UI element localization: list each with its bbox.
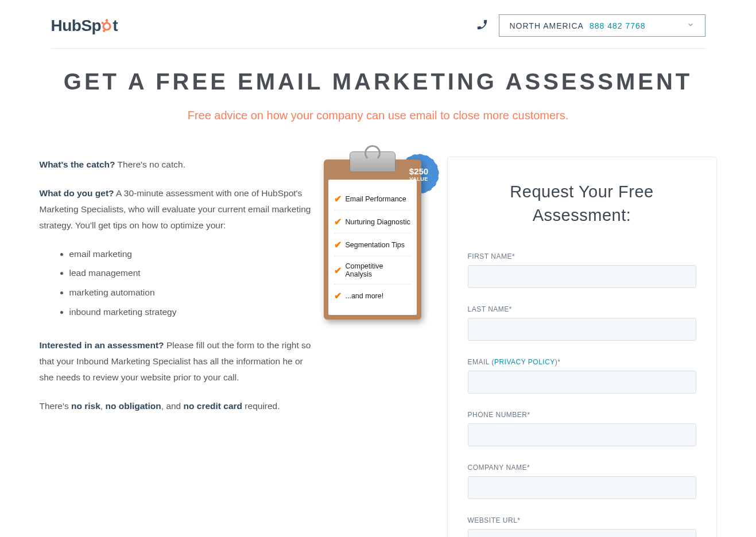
privacy-policy-link[interactable]: PRIVACY POLICY [494, 358, 555, 366]
catch-heading: What's the catch? [40, 159, 115, 169]
phone-label: PHONE NUMBER* [468, 411, 696, 419]
hero: GET A FREE EMAIL MARKETING ASSESSMENT Fr… [40, 49, 717, 139]
email-label: EMAIL (PRIVACY POLICY)* [468, 358, 696, 366]
clipboard-item: ✔Nurturing Diagnostic [334, 210, 411, 233]
list-item: inbound marketing strategy [69, 304, 312, 320]
form-panel: Request Your Free Assessment: FIRST NAME… [447, 157, 717, 537]
header-right: NORTH AMERICA 888 482 7768 [476, 14, 705, 37]
phone-number: 888 482 7768 [590, 21, 646, 30]
email-input[interactable] [468, 371, 696, 394]
phone-icon [476, 18, 489, 33]
clipboard-item: ✔Competitive Analysis [334, 256, 411, 284]
check-icon: ✔ [334, 216, 342, 227]
logo[interactable]: HubSpt [51, 17, 118, 35]
clipboard-item: ✔Email Performance [334, 188, 411, 210]
first-name-label: FIRST NAME* [468, 252, 696, 260]
check-icon: ✔ [334, 265, 342, 276]
clipboard-item: ✔...and more! [334, 284, 411, 307]
list-item: marketing automation [69, 285, 312, 301]
sprocket-icon [101, 17, 113, 35]
check-icon: ✔ [334, 239, 342, 250]
list-item: email marketing [69, 246, 312, 262]
interested-heading: Interested in an assessment? [40, 340, 164, 350]
page-title: GET A FREE EMAIL MARKETING ASSESSMENT [40, 69, 717, 95]
list-item: lead management [69, 265, 312, 281]
region-dropdown[interactable]: NORTH AMERICA 888 482 7768 [499, 14, 705, 37]
svg-line-5 [103, 24, 105, 25]
logo-text-suffix: t [113, 17, 118, 35]
badge-value: VALUE [409, 176, 428, 182]
chevron-down-icon [687, 21, 695, 30]
page-subtitle: Free advice on how your company can use … [40, 109, 717, 122]
first-name-input[interactable] [468, 265, 696, 288]
svg-line-6 [104, 29, 106, 30]
catch-text: There's no catch. [115, 159, 185, 169]
closing-text: There's no risk, no obligation, and no c… [40, 398, 312, 414]
website-label: WEBSITE URL* [468, 516, 696, 524]
phone-input[interactable] [468, 423, 696, 446]
company-label: COMPANY NAME* [468, 464, 696, 472]
region-label: NORTH AMERICA [510, 21, 584, 30]
last-name-input[interactable] [468, 318, 696, 341]
company-input[interactable] [468, 476, 696, 499]
check-icon: ✔ [334, 290, 342, 301]
get-heading: What do you get? [40, 188, 114, 198]
body-text: What's the catch? There's no catch. What… [40, 157, 312, 427]
optimize-list: email marketing lead management marketin… [69, 246, 312, 321]
clip-icon [350, 151, 396, 172]
form-heading: Request Your Free Assessment: [468, 180, 696, 227]
badge-price: $250 [409, 166, 428, 176]
check-icon: ✔ [334, 193, 342, 204]
website-input[interactable] [468, 529, 696, 537]
logo-text-prefix: HubSp [51, 17, 102, 35]
clipboard-item: ✔Segmentation Tips [334, 233, 411, 256]
clipboard-graphic: $250 VALUE ✔Email Performance ✔Nurturing… [324, 159, 430, 427]
last-name-label: LAST NAME* [468, 305, 696, 313]
